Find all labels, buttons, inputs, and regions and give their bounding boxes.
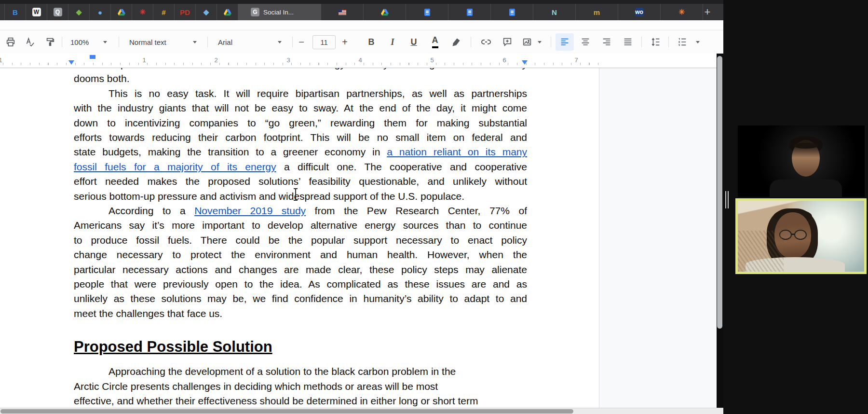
paragraph-style-select[interactable]: Normal text bbox=[124, 30, 202, 54]
doc-text-run: Approaching the development of a solutio… bbox=[108, 366, 456, 377]
insert-image-dropdown[interactable] bbox=[534, 30, 545, 54]
participant-1-shirt bbox=[770, 179, 842, 197]
doc-text-run: change necessary to protect the environm… bbox=[74, 249, 527, 260]
tab-google-drive-2[interactable] bbox=[217, 4, 238, 20]
ruler-inch-label: 5 bbox=[430, 56, 434, 64]
tab-gov-flag[interactable] bbox=[321, 4, 364, 20]
doc-line[interactable]: According to a November 2019 study from … bbox=[74, 204, 527, 219]
tab-m-app[interactable]: m bbox=[576, 4, 618, 20]
vertical-scrollbar[interactable] bbox=[717, 56, 722, 329]
tab-partial[interactable] bbox=[0, 4, 5, 20]
doc-line[interactable]: This is no easy task. It will require bi… bbox=[74, 86, 527, 101]
align-center-button[interactable] bbox=[577, 30, 594, 54]
doc-line[interactable]: Approaching the development of a solutio… bbox=[74, 364, 527, 379]
insert-image-button[interactable] bbox=[519, 30, 535, 54]
tab-google-doc-2[interactable] bbox=[448, 4, 491, 20]
tab-wo-app[interactable]: wo bbox=[618, 4, 661, 20]
tab-blue-bubble[interactable]: ● bbox=[90, 4, 111, 20]
doc-line[interactable]: to produce fossil fuels. There could be … bbox=[74, 233, 527, 248]
align-right-button[interactable] bbox=[598, 30, 615, 54]
tab-orange-flower[interactable]: ✳ bbox=[661, 4, 703, 20]
text-color-button[interactable]: A bbox=[426, 30, 444, 54]
document-background bbox=[599, 68, 717, 408]
tab-active-social[interactable]: G Social In... bbox=[238, 4, 321, 20]
panel-resize-handle[interactable] bbox=[725, 191, 730, 210]
first-line-indent-marker[interactable] bbox=[90, 55, 95, 59]
align-left-button[interactable] bbox=[556, 33, 574, 51]
paint-format-button[interactable] bbox=[41, 30, 59, 54]
google-drive-icon bbox=[118, 9, 125, 16]
zoom-select[interactable]: 100% bbox=[66, 30, 112, 54]
bold-button[interactable]: B bbox=[363, 30, 380, 54]
doc-line[interactable]: change necessary to protect the environm… bbox=[74, 248, 527, 262]
insert-link-button[interactable] bbox=[477, 30, 495, 54]
new-tab-button[interactable]: + bbox=[698, 4, 717, 20]
doc-line[interactable]: efforts towards reducing their carbon fo… bbox=[74, 130, 527, 145]
font-size-field[interactable]: 11 bbox=[312, 35, 336, 49]
decrease-font-size-button[interactable]: − bbox=[294, 30, 309, 54]
add-comment-button[interactable] bbox=[499, 30, 516, 54]
numbered-list-button[interactable] bbox=[674, 30, 691, 54]
zoom-value: 100% bbox=[70, 38, 89, 46]
right-indent-marker[interactable] bbox=[522, 60, 528, 65]
tab-blue-gem[interactable]: ◆ bbox=[196, 4, 217, 20]
tab-green-diamond[interactable]: ◆ bbox=[68, 4, 90, 20]
doc-text-run: particular necessary actions and changes… bbox=[74, 264, 527, 275]
tab-b-app[interactable]: B bbox=[5, 4, 26, 20]
style-value: Normal text bbox=[129, 38, 166, 46]
doc-text-run: According to a bbox=[108, 205, 194, 216]
doc-line[interactable]: with the industry giants that will not b… bbox=[74, 101, 527, 116]
font-select[interactable]: Arial bbox=[213, 30, 286, 54]
doc-line[interactable]: unlikely as these solutions may be, we f… bbox=[74, 291, 527, 306]
print-button[interactable] bbox=[2, 30, 19, 54]
chevron-down-icon bbox=[103, 41, 107, 43]
doc-line[interactable]: meet the challenges that face us. bbox=[74, 306, 527, 321]
doc-heading[interactable]: Proposed Possible Solution bbox=[74, 336, 272, 358]
tab-google-drive[interactable] bbox=[111, 4, 132, 20]
doc-text-run: state budgets, making the transition to … bbox=[74, 146, 387, 157]
text-ibeam-cursor bbox=[295, 189, 296, 200]
doc-line[interactable]: state budgets, making the transition to … bbox=[74, 145, 527, 160]
tab-google-doc-3[interactable] bbox=[491, 4, 533, 20]
ruler-inch-label: 1 bbox=[0, 56, 2, 64]
doc-line[interactable]: effort needed makes the proposed solutio… bbox=[74, 174, 527, 189]
participant-video-tile-2-active-speaker[interactable] bbox=[735, 198, 867, 274]
doc-text-run: a difficult one. The cooperative and coo… bbox=[276, 161, 527, 172]
doc-line[interactable]: Arctic Circle presents challenges in dec… bbox=[74, 379, 527, 394]
doc-line[interactable]: effective, and whether their effectivene… bbox=[74, 394, 527, 409]
doc-line[interactable]: Americans say it’s more important to dev… bbox=[74, 218, 527, 233]
tab-n-app[interactable]: N bbox=[533, 4, 576, 20]
spellcheck-button[interactable] bbox=[21, 30, 39, 54]
doc-link[interactable]: a nation reliant on its many bbox=[387, 146, 527, 157]
tab-pd[interactable]: PD bbox=[175, 4, 196, 20]
doc-line[interactable]: down to incentivizing companies to “go g… bbox=[74, 116, 527, 131]
tab-w-app[interactable]: W bbox=[26, 4, 47, 20]
numbered-list-dropdown[interactable] bbox=[692, 30, 703, 54]
doc-line[interactable]: dooms both. bbox=[74, 71, 527, 86]
tab-canvas[interactable]: ✳ bbox=[132, 4, 153, 20]
doc-link[interactable]: November 2019 study bbox=[194, 205, 306, 216]
highlight-color-button[interactable] bbox=[448, 30, 465, 54]
italic-button[interactable]: I bbox=[384, 30, 401, 54]
tab-google-drive-3[interactable] bbox=[364, 4, 406, 20]
doc-line[interactable]: particular necessary actions and changes… bbox=[74, 262, 527, 277]
doc-line[interactable]: fossil fuels for a majority of its energ… bbox=[74, 160, 527, 175]
tab-google-doc-1[interactable] bbox=[406, 4, 448, 20]
horizontal-scrollbar-thumb[interactable] bbox=[0, 409, 573, 414]
left-indent-marker[interactable] bbox=[68, 60, 74, 65]
chevron-down-icon bbox=[696, 41, 700, 43]
doc-link[interactable]: fossil fuels for a majority of its energ… bbox=[74, 161, 276, 172]
tab-q-app-icon: Q bbox=[54, 8, 62, 16]
tab-q-app[interactable]: Q bbox=[47, 4, 68, 20]
increase-font-size-button[interactable]: + bbox=[338, 30, 352, 54]
participant-video-tile-1[interactable] bbox=[738, 125, 865, 197]
horizontal-scrollbar-track[interactable] bbox=[0, 408, 723, 414]
chevron-down-icon bbox=[193, 41, 197, 43]
line-spacing-button[interactable] bbox=[647, 30, 665, 54]
underline-button[interactable]: U bbox=[405, 30, 422, 54]
justify-button[interactable] bbox=[619, 30, 637, 54]
tab-slack[interactable]: # bbox=[153, 4, 175, 20]
doc-text-run: This is no easy task. It will require bi… bbox=[108, 88, 527, 99]
doc-line[interactable]: people that were previously open to the … bbox=[74, 277, 527, 292]
doc-line[interactable]: serious bottom-up pressure and activism … bbox=[74, 189, 527, 204]
